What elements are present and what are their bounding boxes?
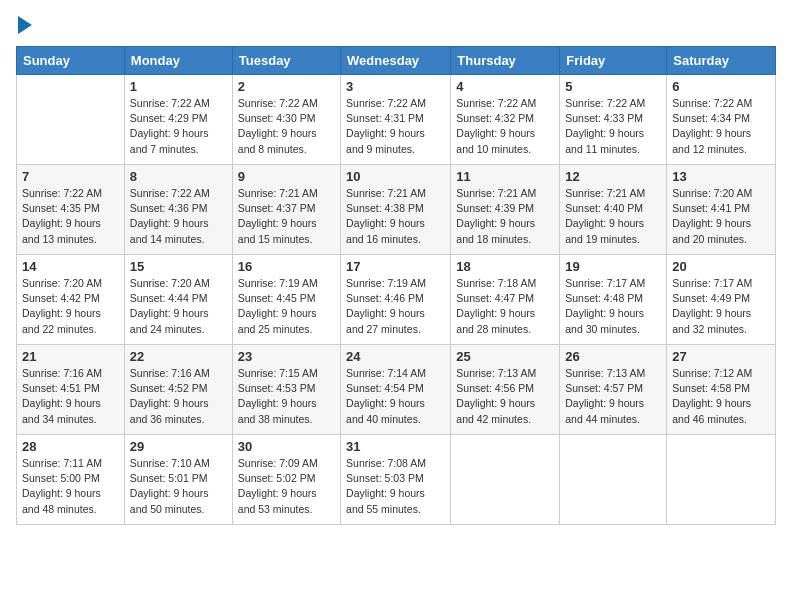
calendar-body: 1Sunrise: 7:22 AMSunset: 4:29 PMDaylight… <box>17 75 776 525</box>
calendar-cell <box>560 435 667 525</box>
day-number: 21 <box>22 349 119 364</box>
page-header <box>16 16 776 34</box>
day-info: Sunrise: 7:22 AMSunset: 4:29 PMDaylight:… <box>130 96 227 157</box>
day-info: Sunrise: 7:22 AMSunset: 4:33 PMDaylight:… <box>565 96 661 157</box>
day-number: 8 <box>130 169 227 184</box>
calendar-cell: 15Sunrise: 7:20 AMSunset: 4:44 PMDayligh… <box>124 255 232 345</box>
day-info: Sunrise: 7:20 AMSunset: 4:44 PMDaylight:… <box>130 276 227 337</box>
day-header-sunday: Sunday <box>17 47 125 75</box>
day-info: Sunrise: 7:14 AMSunset: 4:54 PMDaylight:… <box>346 366 445 427</box>
day-info: Sunrise: 7:22 AMSunset: 4:34 PMDaylight:… <box>672 96 770 157</box>
day-number: 11 <box>456 169 554 184</box>
day-info: Sunrise: 7:21 AMSunset: 4:38 PMDaylight:… <box>346 186 445 247</box>
calendar-cell: 27Sunrise: 7:12 AMSunset: 4:58 PMDayligh… <box>667 345 776 435</box>
day-info: Sunrise: 7:12 AMSunset: 4:58 PMDaylight:… <box>672 366 770 427</box>
calendar-cell: 24Sunrise: 7:14 AMSunset: 4:54 PMDayligh… <box>341 345 451 435</box>
day-number: 16 <box>238 259 335 274</box>
day-number: 9 <box>238 169 335 184</box>
day-number: 23 <box>238 349 335 364</box>
day-number: 13 <box>672 169 770 184</box>
calendar-cell: 7Sunrise: 7:22 AMSunset: 4:35 PMDaylight… <box>17 165 125 255</box>
day-info: Sunrise: 7:13 AMSunset: 4:56 PMDaylight:… <box>456 366 554 427</box>
day-number: 1 <box>130 79 227 94</box>
day-info: Sunrise: 7:10 AMSunset: 5:01 PMDaylight:… <box>130 456 227 517</box>
calendar-cell: 8Sunrise: 7:22 AMSunset: 4:36 PMDaylight… <box>124 165 232 255</box>
day-info: Sunrise: 7:16 AMSunset: 4:52 PMDaylight:… <box>130 366 227 427</box>
day-number: 3 <box>346 79 445 94</box>
day-number: 15 <box>130 259 227 274</box>
calendar-cell: 16Sunrise: 7:19 AMSunset: 4:45 PMDayligh… <box>232 255 340 345</box>
calendar-cell: 29Sunrise: 7:10 AMSunset: 5:01 PMDayligh… <box>124 435 232 525</box>
day-info: Sunrise: 7:21 AMSunset: 4:37 PMDaylight:… <box>238 186 335 247</box>
calendar-cell: 23Sunrise: 7:15 AMSunset: 4:53 PMDayligh… <box>232 345 340 435</box>
day-number: 5 <box>565 79 661 94</box>
day-info: Sunrise: 7:22 AMSunset: 4:32 PMDaylight:… <box>456 96 554 157</box>
day-info: Sunrise: 7:22 AMSunset: 4:36 PMDaylight:… <box>130 186 227 247</box>
calendar-cell: 4Sunrise: 7:22 AMSunset: 4:32 PMDaylight… <box>451 75 560 165</box>
day-header-thursday: Thursday <box>451 47 560 75</box>
calendar-cell: 28Sunrise: 7:11 AMSunset: 5:00 PMDayligh… <box>17 435 125 525</box>
calendar-cell: 26Sunrise: 7:13 AMSunset: 4:57 PMDayligh… <box>560 345 667 435</box>
calendar-cell: 10Sunrise: 7:21 AMSunset: 4:38 PMDayligh… <box>341 165 451 255</box>
day-header-tuesday: Tuesday <box>232 47 340 75</box>
day-number: 14 <box>22 259 119 274</box>
day-number: 28 <box>22 439 119 454</box>
calendar-cell: 25Sunrise: 7:13 AMSunset: 4:56 PMDayligh… <box>451 345 560 435</box>
day-number: 12 <box>565 169 661 184</box>
calendar-cell: 14Sunrise: 7:20 AMSunset: 4:42 PMDayligh… <box>17 255 125 345</box>
day-number: 20 <box>672 259 770 274</box>
day-info: Sunrise: 7:19 AMSunset: 4:45 PMDaylight:… <box>238 276 335 337</box>
day-number: 6 <box>672 79 770 94</box>
day-header-saturday: Saturday <box>667 47 776 75</box>
calendar-week-2: 7Sunrise: 7:22 AMSunset: 4:35 PMDaylight… <box>17 165 776 255</box>
day-info: Sunrise: 7:17 AMSunset: 4:48 PMDaylight:… <box>565 276 661 337</box>
day-number: 18 <box>456 259 554 274</box>
calendar-cell: 3Sunrise: 7:22 AMSunset: 4:31 PMDaylight… <box>341 75 451 165</box>
calendar-cell: 30Sunrise: 7:09 AMSunset: 5:02 PMDayligh… <box>232 435 340 525</box>
day-info: Sunrise: 7:15 AMSunset: 4:53 PMDaylight:… <box>238 366 335 427</box>
day-number: 30 <box>238 439 335 454</box>
calendar-cell: 12Sunrise: 7:21 AMSunset: 4:40 PMDayligh… <box>560 165 667 255</box>
calendar-header: SundayMondayTuesdayWednesdayThursdayFrid… <box>17 47 776 75</box>
calendar-week-1: 1Sunrise: 7:22 AMSunset: 4:29 PMDaylight… <box>17 75 776 165</box>
day-info: Sunrise: 7:08 AMSunset: 5:03 PMDaylight:… <box>346 456 445 517</box>
day-header-friday: Friday <box>560 47 667 75</box>
calendar-week-4: 21Sunrise: 7:16 AMSunset: 4:51 PMDayligh… <box>17 345 776 435</box>
day-info: Sunrise: 7:18 AMSunset: 4:47 PMDaylight:… <box>456 276 554 337</box>
calendar-cell: 1Sunrise: 7:22 AMSunset: 4:29 PMDaylight… <box>124 75 232 165</box>
calendar-cell: 18Sunrise: 7:18 AMSunset: 4:47 PMDayligh… <box>451 255 560 345</box>
logo-arrow-icon <box>18 16 32 34</box>
day-number: 7 <box>22 169 119 184</box>
day-number: 17 <box>346 259 445 274</box>
day-number: 27 <box>672 349 770 364</box>
day-number: 31 <box>346 439 445 454</box>
calendar-cell: 19Sunrise: 7:17 AMSunset: 4:48 PMDayligh… <box>560 255 667 345</box>
calendar-cell: 13Sunrise: 7:20 AMSunset: 4:41 PMDayligh… <box>667 165 776 255</box>
day-number: 22 <box>130 349 227 364</box>
day-number: 24 <box>346 349 445 364</box>
day-info: Sunrise: 7:21 AMSunset: 4:40 PMDaylight:… <box>565 186 661 247</box>
calendar-cell: 31Sunrise: 7:08 AMSunset: 5:03 PMDayligh… <box>341 435 451 525</box>
day-info: Sunrise: 7:11 AMSunset: 5:00 PMDaylight:… <box>22 456 119 517</box>
day-number: 26 <box>565 349 661 364</box>
day-info: Sunrise: 7:22 AMSunset: 4:35 PMDaylight:… <box>22 186 119 247</box>
calendar-cell: 20Sunrise: 7:17 AMSunset: 4:49 PMDayligh… <box>667 255 776 345</box>
calendar-cell: 2Sunrise: 7:22 AMSunset: 4:30 PMDaylight… <box>232 75 340 165</box>
day-number: 4 <box>456 79 554 94</box>
logo <box>16 16 32 34</box>
calendar-cell: 11Sunrise: 7:21 AMSunset: 4:39 PMDayligh… <box>451 165 560 255</box>
day-info: Sunrise: 7:09 AMSunset: 5:02 PMDaylight:… <box>238 456 335 517</box>
day-header-monday: Monday <box>124 47 232 75</box>
day-info: Sunrise: 7:16 AMSunset: 4:51 PMDaylight:… <box>22 366 119 427</box>
day-info: Sunrise: 7:20 AMSunset: 4:41 PMDaylight:… <box>672 186 770 247</box>
day-info: Sunrise: 7:21 AMSunset: 4:39 PMDaylight:… <box>456 186 554 247</box>
day-number: 25 <box>456 349 554 364</box>
calendar-cell <box>17 75 125 165</box>
calendar-cell: 6Sunrise: 7:22 AMSunset: 4:34 PMDaylight… <box>667 75 776 165</box>
day-header-wednesday: Wednesday <box>341 47 451 75</box>
calendar-cell: 17Sunrise: 7:19 AMSunset: 4:46 PMDayligh… <box>341 255 451 345</box>
day-number: 10 <box>346 169 445 184</box>
calendar-week-5: 28Sunrise: 7:11 AMSunset: 5:00 PMDayligh… <box>17 435 776 525</box>
calendar-cell: 5Sunrise: 7:22 AMSunset: 4:33 PMDaylight… <box>560 75 667 165</box>
calendar-cell <box>451 435 560 525</box>
